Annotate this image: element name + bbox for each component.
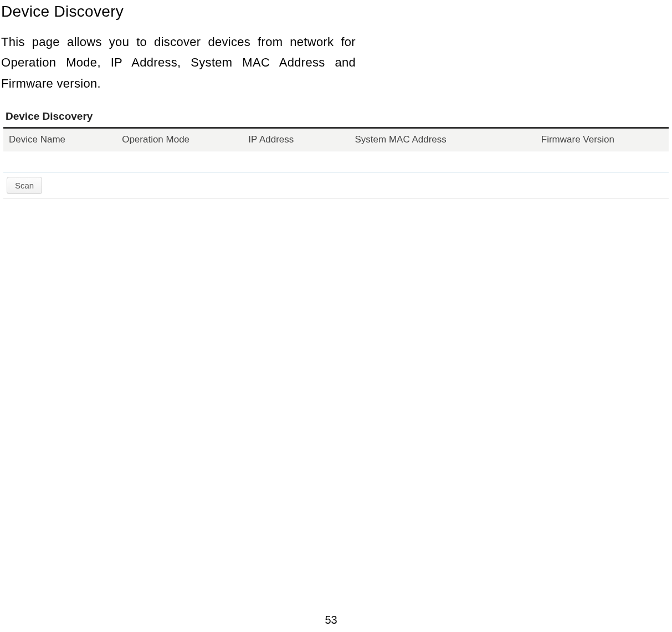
panel-title: Device Discovery — [6, 110, 669, 123]
table-header-row: Device Name Operation Mode IP Address Sy… — [3, 129, 669, 151]
scan-button[interactable]: Scan — [7, 177, 42, 194]
col-ip-address: IP Address — [243, 129, 349, 151]
device-table: Device Name Operation Mode IP Address Sy… — [3, 129, 669, 199]
col-device-name: Device Name — [3, 129, 116, 151]
col-operation-mode: Operation Mode — [116, 129, 243, 151]
page-number: 53 — [325, 614, 337, 626]
col-system-mac: System MAC Address — [350, 129, 536, 151]
col-firmware: Firmware Version — [536, 129, 669, 151]
page-description: This page allows you to discover devices… — [1, 32, 356, 94]
table-empty-row — [3, 151, 669, 172]
device-discovery-panel: Device Discovery Device Name Operation M… — [3, 110, 669, 199]
table-action-row: Scan — [3, 172, 669, 199]
page-title: Device Discovery — [1, 3, 672, 21]
